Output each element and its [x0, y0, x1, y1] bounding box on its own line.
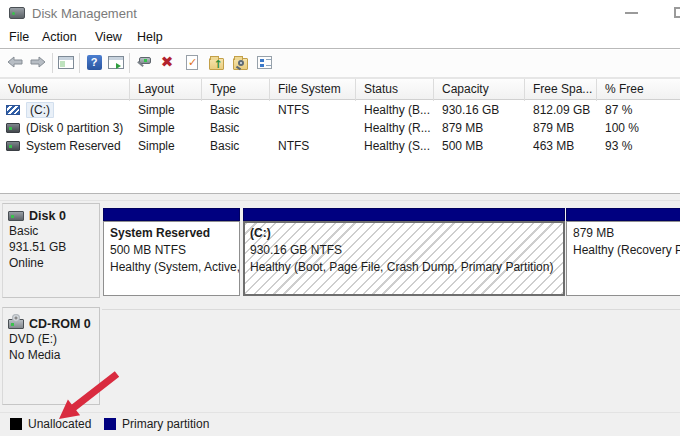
- title-bar: Disk Management: [0, 0, 680, 26]
- disk0-row: Disk 0 Basic 931.51 GB Online System Res…: [2, 203, 680, 298]
- cell-free-space: 879 MB: [525, 119, 597, 137]
- volume-icon-hatched: [6, 105, 20, 115]
- cdrom-icon: [8, 319, 24, 329]
- cell-pct-free: 93 %: [597, 137, 680, 155]
- delete-icon[interactable]: ✖: [158, 53, 176, 71]
- disk-icon: [8, 211, 24, 221]
- partition-size: 930.16 GB NTFS: [250, 242, 558, 259]
- volume-icon: [6, 123, 20, 133]
- splitter-bar[interactable]: [0, 193, 680, 201]
- volume-icon: [6, 141, 20, 151]
- volume-row-system-reserved[interactable]: System Reserved Simple Basic NTFS Health…: [0, 137, 680, 155]
- primary-partition-bar: [243, 208, 565, 221]
- menu-view[interactable]: View: [95, 30, 122, 44]
- disk-management-window: Disk Management File Action View Help ? …: [0, 0, 680, 436]
- menu-help[interactable]: Help: [137, 30, 163, 44]
- partition-size: 879 MB: [573, 225, 680, 242]
- partition-status: Healthy (Boot, Page File, Crash Dump, Pr…: [250, 259, 558, 276]
- cell-pct-free: 100 %: [597, 119, 680, 137]
- rescan-disks-icon[interactable]: [135, 53, 153, 71]
- cell-type: Basic: [202, 119, 270, 137]
- column-layout[interactable]: Layout: [130, 79, 202, 101]
- legend-unallocated: Unallocated: [10, 418, 91, 432]
- cell-status: Healthy (R...: [356, 119, 434, 137]
- disk-name: Disk 0: [29, 209, 99, 223]
- cell-layout: Simple: [130, 119, 202, 137]
- legend-label: Unallocated: [28, 417, 91, 431]
- forward-icon[interactable]: [29, 53, 47, 71]
- cell-capacity: 500 MB: [434, 137, 525, 155]
- cdrom-drive-letter: DVD (E:): [9, 331, 99, 347]
- volume-name: (Disk 0 partition 3): [26, 121, 123, 135]
- column-file-system[interactable]: File System: [270, 79, 356, 101]
- explore-folder-icon[interactable]: [231, 53, 249, 71]
- cell-file-system: NTFS: [270, 137, 356, 155]
- legend-bar: Unallocated Primary partition: [0, 412, 680, 436]
- maximize-button[interactable]: [674, 7, 680, 18]
- disk-graph-area: Disk 0 Basic 931.51 GB Online System Res…: [0, 201, 680, 412]
- cdrom-info-panel[interactable]: CD-ROM 0 DVD (E:) No Media: [2, 307, 100, 405]
- cell-layout: Simple: [130, 101, 202, 119]
- cell-status: Healthy (B...: [356, 101, 434, 119]
- cell-pct-free: 87 %: [597, 101, 680, 119]
- menu-file[interactable]: File: [9, 30, 29, 44]
- volume-list-header: Volume Layout Type File System Status Ca…: [0, 78, 680, 100]
- partition-c[interactable]: (C:) 930.16 GB NTFS Healthy (Boot, Page …: [243, 208, 565, 296]
- primary-partition-bar: [103, 208, 240, 221]
- column-status[interactable]: Status: [356, 79, 434, 101]
- partition-label: System Reserved: [110, 225, 233, 242]
- disk-size: 931.51 GB: [9, 239, 99, 255]
- volume-list: Volume Layout Type File System Status Ca…: [0, 78, 680, 193]
- primary-partition-swatch: [104, 418, 116, 430]
- partition-recovery[interactable]: 879 MB Healthy (Recovery P: [566, 208, 680, 296]
- minimize-button[interactable]: [625, 12, 638, 14]
- legend-primary-partition: Primary partition: [104, 418, 209, 432]
- cell-file-system: NTFS: [270, 101, 356, 119]
- toolbar: ? ✖ ✓ ↑: [0, 50, 680, 78]
- toolbar-separator: [79, 53, 80, 73]
- volume-name: (C:): [26, 102, 54, 118]
- toolbar-separator: [52, 53, 53, 73]
- partition-size: 500 MB NTFS: [110, 242, 233, 259]
- cell-layout: Simple: [130, 137, 202, 155]
- column-volume[interactable]: Volume: [0, 79, 130, 101]
- show-action-pane-icon[interactable]: [107, 53, 125, 71]
- disk-type: Basic: [9, 223, 99, 239]
- toolbar-separator: [129, 53, 130, 73]
- volume-row-c[interactable]: (C:) Simple Basic NTFS Healthy (B... 930…: [0, 101, 680, 119]
- cell-status: Healthy (S...: [356, 137, 434, 155]
- show-console-tree-icon[interactable]: [57, 53, 75, 71]
- cell-capacity: 930.16 GB: [434, 101, 525, 119]
- properties-list-icon[interactable]: [255, 53, 273, 71]
- column-free-space[interactable]: Free Spa...: [525, 79, 597, 101]
- window-title: Disk Management: [32, 6, 137, 21]
- partition-status: Healthy (System, Active,: [110, 259, 233, 276]
- cell-type: Basic: [202, 137, 270, 155]
- legend-label: Primary partition: [122, 417, 209, 431]
- disk0-info-panel[interactable]: Disk 0 Basic 931.51 GB Online: [2, 203, 100, 298]
- cdrom-row: CD-ROM 0 DVD (E:) No Media: [2, 307, 680, 405]
- partition-label: (C:): [250, 225, 558, 242]
- cell-capacity: 879 MB: [434, 119, 525, 137]
- back-icon[interactable]: [6, 53, 24, 71]
- partition-c-body-selected: (C:) 930.16 GB NTFS Healthy (Boot, Page …: [243, 221, 565, 296]
- column-type[interactable]: Type: [202, 79, 270, 101]
- mark-partition-active-icon[interactable]: ✓: [183, 53, 201, 71]
- cdrom-name: CD-ROM 0: [29, 317, 99, 331]
- menu-bar: File Action View Help: [0, 26, 680, 49]
- disk-drive-icon: [9, 7, 25, 19]
- disk-status: Online: [9, 255, 99, 271]
- volume-row-partition3[interactable]: (Disk 0 partition 3) Simple Basic Health…: [0, 119, 680, 137]
- partition-system-reserved[interactable]: System Reserved 500 MB NTFS Healthy (Sys…: [103, 208, 240, 296]
- cdrom-empty-region: [102, 309, 680, 405]
- column-pct-free[interactable]: % Free: [597, 79, 680, 101]
- cell-file-system: [270, 119, 356, 137]
- help-icon[interactable]: ?: [85, 53, 103, 71]
- open-folder-icon[interactable]: ↑: [207, 53, 225, 71]
- menu-action[interactable]: Action: [42, 30, 77, 44]
- column-capacity[interactable]: Capacity: [434, 79, 525, 101]
- volume-name: System Reserved: [26, 139, 121, 153]
- unallocated-swatch: [10, 418, 22, 430]
- cell-type: Basic: [202, 101, 270, 119]
- primary-partition-bar: [566, 208, 680, 221]
